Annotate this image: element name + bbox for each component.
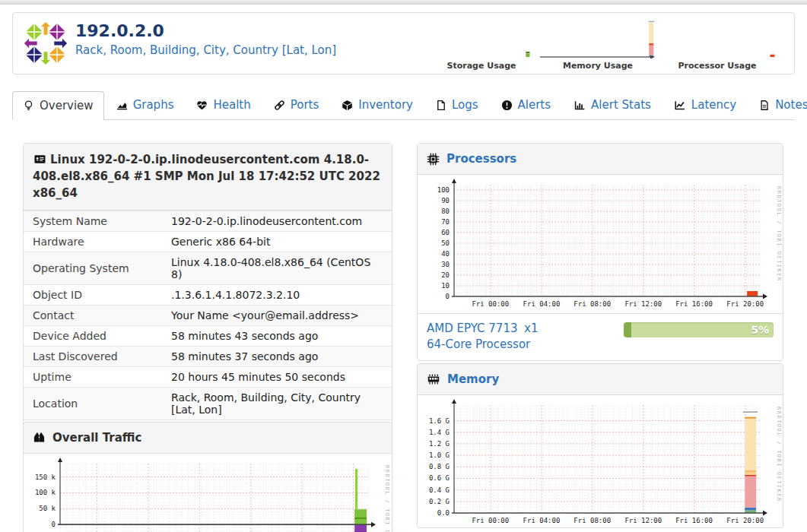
tab-graphs[interactable]: Graphs — [106, 90, 185, 119]
tab-overview[interactable]: Overview — [12, 91, 104, 120]
tab-inventory[interactable]: Inventory — [331, 90, 424, 119]
overall-traffic-panel: Overall Traffic 050 k100 k150 k-50 kFri … — [23, 422, 392, 532]
header-mini-graphs: Storage Usage Memory Usage Processor Usa… — [424, 19, 777, 71]
svg-text:1.2 G: 1.2 G — [429, 440, 450, 448]
svg-text:Fri 20:00: Fri 20:00 — [726, 300, 764, 308]
svg-text:RRDTOOL / TOBI OETIKER: RRDTOOL / TOBI OETIKER — [776, 186, 782, 282]
table-row: ContactYour Name <your@email.address> — [24, 306, 392, 326]
svg-text:0.6 G: 0.6 G — [429, 474, 450, 482]
tab-alerts[interactable]: Alerts — [491, 90, 562, 119]
processor-row: AMD EPYC 7713x1 64-Core Processor 5% — [418, 313, 783, 360]
svg-text:0.4 G: 0.4 G — [429, 486, 450, 494]
svg-text:10: 10 — [441, 282, 450, 290]
svg-text:1.0 G: 1.0 G — [429, 451, 450, 459]
binoculars-icon — [33, 432, 46, 444]
device-header-panel: 192.0.2.0 Rack, Room, Building, City, Co… — [12, 12, 795, 74]
cpu-count: x1 — [524, 321, 538, 335]
cpu-usage-fill — [624, 322, 631, 337]
svg-text:20: 20 — [441, 271, 450, 279]
overall-traffic-title: Overall Traffic — [52, 431, 141, 445]
svg-text:150 k: 150 k — [35, 473, 56, 481]
svg-text:1.6 G: 1.6 G — [429, 417, 450, 425]
lightbulb-icon — [23, 100, 34, 112]
svg-text:90: 90 — [441, 197, 450, 204]
id-card-icon — [33, 154, 47, 165]
memory-icon — [427, 373, 440, 385]
svg-text:40: 40 — [441, 250, 450, 258]
svg-text:Fri 08:00: Fri 08:00 — [573, 517, 611, 524]
exclamation-circle-icon — [501, 100, 513, 111]
tab-latency[interactable]: Latency — [663, 90, 747, 119]
table-row: LocationRack, Room, Building, City, Coun… — [24, 388, 392, 420]
memory-graph[interactable]: 0.00.2 G0.4 G0.6 G0.8 G1.0 G1.2 G1.4 G1.… — [419, 399, 783, 528]
svg-text:50: 50 — [441, 239, 450, 247]
svg-text:60: 60 — [441, 229, 450, 236]
bar-chart-icon — [573, 100, 586, 111]
svg-text:Fri 04:00: Fri 04:00 — [523, 300, 561, 308]
processor-usage-label: Processor Usage — [657, 61, 777, 71]
svg-text:1.4 G: 1.4 G — [429, 429, 450, 436]
line-chart-icon — [674, 100, 686, 111]
svg-text:Fri 04:00: Fri 04:00 — [523, 517, 561, 524]
memory-title[interactable]: Memory — [447, 372, 499, 386]
heart-pulse-icon — [196, 100, 208, 111]
processors-panel: Processors 0102030405060708090100Fri 00:… — [417, 143, 783, 361]
memory-usage-mini-graph[interactable] — [540, 19, 656, 59]
processor-usage-mini-graph[interactable] — [657, 19, 777, 59]
processors-graph[interactable]: 0102030405060708090100Fri 00:00Fri 04:00… — [419, 179, 783, 312]
svg-text:Fri 16:00: Fri 16:00 — [675, 300, 713, 308]
tab-health[interactable]: Health — [186, 90, 261, 119]
navbar-bottom-edge — [0, 0, 807, 5]
memory-panel: Memory 0.00.2 G0.4 G0.6 G0.8 G1.0 G1.2 G… — [417, 363, 783, 528]
tab-ports[interactable]: Ports — [263, 90, 330, 119]
system-info-table: System Name192-0-2-0.ip.linodeuserconten… — [24, 211, 392, 445]
tab-alert-stats[interactable]: Alert Stats — [563, 90, 662, 119]
system-title: Linux 192-0-2-0.ip.linodeusercontent.com… — [24, 144, 392, 211]
table-row: Operating SystemLinux 4.18.0-408.el8.x86… — [24, 252, 392, 285]
svg-text:50 k: 50 k — [39, 505, 56, 512]
cpu-usage-bar: 5% — [624, 322, 774, 337]
svg-text:0.0: 0.0 — [437, 509, 450, 517]
svg-text:Fri 16:00: Fri 16:00 — [675, 517, 713, 524]
overall-traffic-graph[interactable]: 050 k100 k150 k-50 kFri 00:00Fri 04:00Fr… — [25, 458, 391, 532]
svg-text:RRDTOOL / TOBI OETIKER: RRDTOOL / TOBI OETIKER — [776, 407, 782, 502]
svg-text:0.8 G: 0.8 G — [429, 463, 450, 470]
svg-text:30: 30 — [441, 261, 450, 268]
storage-usage-mini-graph[interactable] — [424, 19, 539, 59]
tab-logs[interactable]: Logs — [425, 90, 489, 119]
svg-text:0: 0 — [52, 521, 56, 528]
device-ip-title: 192.0.2.0 — [75, 21, 336, 41]
microchip-icon — [427, 153, 440, 166]
processors-title[interactable]: Processors — [446, 152, 516, 166]
table-row: Uptime20 hours 45 minutes 50 seconds — [24, 367, 392, 388]
cube-icon — [342, 100, 353, 111]
area-chart-icon — [116, 100, 128, 111]
cpu-link[interactable]: AMD EPYC 7713x1 64-Core Processor — [427, 321, 538, 353]
svg-text:80: 80 — [441, 207, 450, 215]
device-location-link[interactable]: Rack, Room, Building, City, Country [Lat… — [75, 43, 336, 57]
svg-text:100: 100 — [437, 186, 450, 194]
svg-text:100 k: 100 k — [35, 489, 56, 496]
memory-usage-label: Memory Usage — [540, 61, 656, 71]
svg-text:Fri 12:00: Fri 12:00 — [624, 300, 662, 308]
centos-logo — [22, 20, 69, 67]
file-icon — [436, 100, 446, 111]
svg-text:0: 0 — [446, 293, 450, 300]
table-row: System Name192-0-2-0.ip.linodeuserconten… — [24, 211, 392, 232]
svg-text:70: 70 — [441, 218, 450, 226]
table-row: HardwareGeneric x86 64-bit — [24, 232, 392, 252]
svg-text:Fri 08:00: Fri 08:00 — [573, 300, 611, 308]
svg-text:Fri 00:00: Fri 00:00 — [472, 517, 509, 524]
svg-text:Fri 20:00: Fri 20:00 — [726, 517, 764, 524]
file-lines-icon — [759, 100, 770, 111]
svg-text:Fri 00:00: Fri 00:00 — [472, 300, 509, 308]
tab-notes[interactable]: Notes — [748, 90, 807, 119]
svg-text:Fri 12:00: Fri 12:00 — [624, 517, 662, 524]
storage-usage-label: Storage Usage — [424, 61, 539, 71]
table-row: Object ID.1.3.6.1.4.1.8072.3.2.10 — [24, 285, 392, 306]
table-row: Device Added58 minutes 43 seconds ago — [24, 326, 392, 347]
svg-text:0.2 G: 0.2 G — [429, 498, 450, 505]
system-info-panel: Linux 192-0-2-0.ip.linodeusercontent.com… — [23, 143, 392, 446]
cpu-usage-percent: 5% — [751, 322, 769, 337]
device-tabbar: Overview Graphs Health Ports Inventory L… — [12, 90, 795, 120]
